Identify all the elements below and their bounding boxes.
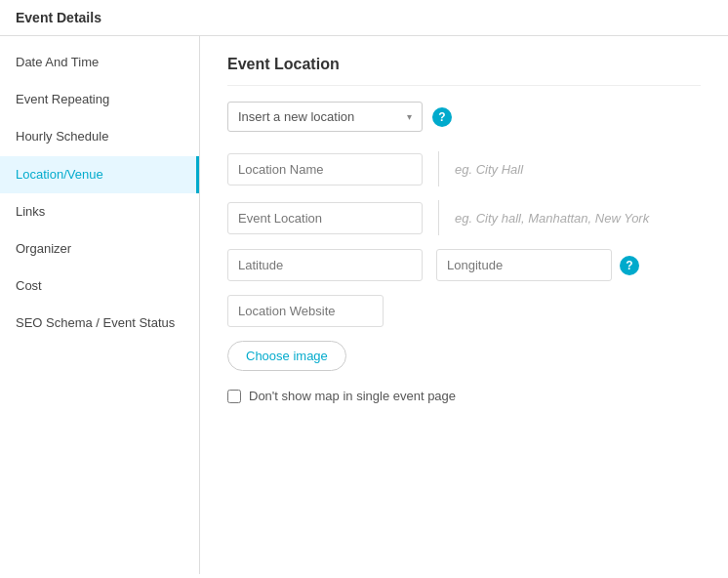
longitude-row: ? (436, 249, 639, 281)
fields-section: eg. City Hall eg. City hall, Manhattan, … (227, 151, 701, 403)
location-name-hint: eg. City Hall (455, 162, 523, 177)
dropdown-arrow: ▾ (407, 111, 412, 122)
event-location-input[interactable] (227, 202, 423, 234)
sidebar-item-links[interactable]: Links (0, 193, 199, 230)
section-title: Event Location (227, 56, 701, 86)
main-content: Event Location Insert a new location ▾ ?… (200, 36, 728, 574)
sidebar-item-event-repeating[interactable]: Event Repeating (0, 81, 199, 118)
event-location-row: eg. City hall, Manhattan, New York (227, 200, 701, 235)
choose-image-button[interactable]: Choose image (227, 341, 346, 371)
layout: Date And TimeEvent RepeatingHourly Sched… (0, 36, 728, 574)
sidebar: Date And TimeEvent RepeatingHourly Sched… (0, 36, 200, 574)
sidebar-item-seo-schema[interactable]: SEO Schema / Event Status (0, 305, 199, 342)
location-website-row (227, 295, 701, 327)
lng-help-icon[interactable]: ? (620, 256, 639, 275)
top-bar-title: Event Details (16, 10, 101, 25)
event-location-hint: eg. City hall, Manhattan, New York (455, 211, 649, 226)
dont-show-map-label: Don't show map in single event page (249, 389, 456, 403)
sidebar-item-date-time[interactable]: Date And Time (0, 44, 199, 81)
lat-lng-row: ? (227, 249, 701, 281)
latitude-input[interactable] (227, 249, 423, 281)
insert-location-dropdown[interactable]: Insert a new location ▾ (227, 102, 423, 132)
map-checkbox-row: Don't show map in single event page (227, 389, 701, 403)
sidebar-item-organizer[interactable]: Organizer (0, 230, 199, 268)
divider (438, 151, 439, 186)
dropdown-label: Insert a new location (238, 109, 354, 124)
location-name-input[interactable] (227, 153, 423, 186)
sidebar-item-cost[interactable]: Cost (0, 268, 199, 305)
sidebar-item-hourly-schedule[interactable]: Hourly Schedule (0, 118, 199, 155)
choose-image-row: Choose image (227, 341, 701, 371)
top-bar: Event Details (0, 0, 728, 36)
location-website-input[interactable] (227, 295, 384, 327)
dont-show-map-checkbox[interactable] (227, 390, 241, 403)
dropdown-row: Insert a new location ▾ ? (227, 102, 701, 132)
location-name-row: eg. City Hall (227, 151, 701, 186)
sidebar-item-location-venue[interactable]: Location/Venue (0, 156, 199, 193)
help-icon[interactable]: ? (432, 107, 452, 127)
divider (438, 200, 439, 235)
longitude-input[interactable] (436, 249, 612, 281)
